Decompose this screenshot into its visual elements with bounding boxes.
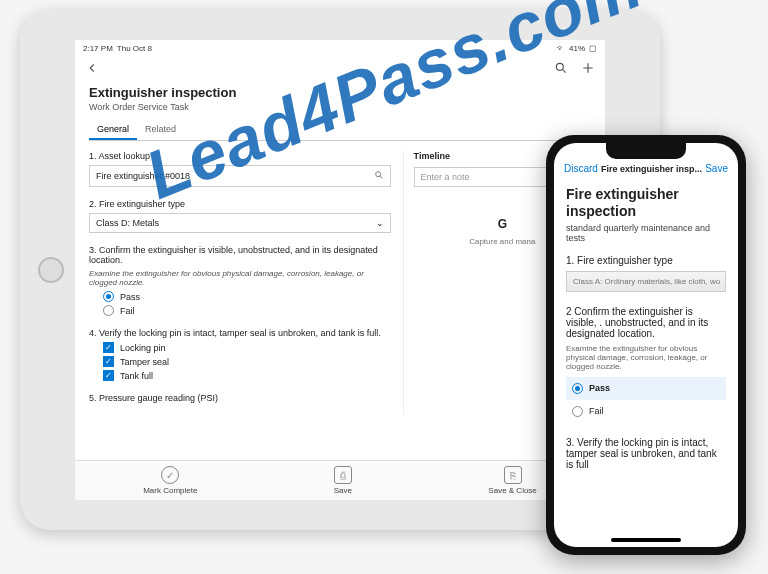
extinguisher-type-value: Class D: Metals — [96, 218, 159, 228]
save-button[interactable]: ⎙Save — [334, 466, 352, 495]
form-column: 1. Asset lookup Fire extinguisher #0018 … — [89, 151, 391, 415]
status-bar: 2:17 PMThu Oct 8 ᯤ41%▢ — [75, 40, 605, 57]
q3-note: Examine the extinguisher for obvious phy… — [89, 269, 391, 287]
asset-lookup-value: Fire extinguisher #0018 — [96, 171, 190, 181]
save-icon: ⎙ — [334, 466, 352, 484]
phone-description: standard quarterly maintenance and tests — [566, 223, 726, 243]
radio-fail[interactable]: Fail — [103, 305, 391, 316]
tab-general[interactable]: General — [89, 120, 137, 140]
phone-radio-fail-label: Fail — [589, 406, 604, 416]
wifi-icon: ᯤ — [557, 44, 565, 53]
radio-pass-label: Pass — [120, 292, 140, 302]
phone-page-title: Fire extinguisher insp... — [601, 164, 702, 174]
battery-label: 41% — [569, 44, 585, 53]
phone-radio-pass-label: Pass — [589, 383, 610, 393]
check-locking-pin[interactable]: ✓Locking pin — [103, 342, 391, 353]
search-icon[interactable] — [554, 61, 568, 75]
q3-label: 3. Confirm the extinguisher is visible, … — [89, 245, 391, 265]
page-title: Extinguisher inspection — [89, 85, 591, 100]
svg-line-5 — [379, 176, 382, 179]
discard-button[interactable]: Discard — [564, 163, 598, 174]
phone-type-select[interactable]: Class A: Ordinary materials, like cloth,… — [566, 271, 726, 292]
page-subtitle: Work Order Service Task — [89, 102, 591, 112]
save-label: Save — [334, 486, 352, 495]
tabs: General Related — [89, 120, 591, 141]
mark-complete-button[interactable]: ✓Mark Complete — [143, 466, 197, 495]
add-icon[interactable] — [581, 61, 595, 75]
phone-q2-label: 2 Confirm the extinguisher is visible, .… — [566, 306, 726, 339]
phone-heading: Fire extinguisher inspection — [566, 186, 726, 220]
check-locking-pin-label: Locking pin — [120, 343, 166, 353]
timeline-placeholder: Enter a note — [421, 172, 470, 182]
mark-complete-label: Mark Complete — [143, 486, 197, 495]
svg-line-1 — [563, 69, 567, 73]
asset-lookup-input[interactable]: Fire extinguisher #0018 — [89, 165, 391, 187]
save-close-icon: ⎘ — [504, 466, 522, 484]
phone-q3-label: 3. Verify the locking pin is intact, tam… — [566, 437, 726, 470]
battery-icon: ▢ — [589, 44, 597, 53]
check-tamper-seal[interactable]: ✓Tamper seal — [103, 356, 391, 367]
extinguisher-type-select[interactable]: Class D: Metals ⌄ — [89, 213, 391, 233]
tab-related[interactable]: Related — [137, 120, 184, 140]
save-button[interactable]: Save — [705, 163, 728, 174]
phone-screen: Discard Fire extinguisher insp... Save F… — [554, 143, 738, 547]
check-tank-full-label: Tank full — [120, 371, 153, 381]
status-time: 2:17 PM — [83, 44, 113, 53]
phone-radio-pass[interactable]: Pass — [566, 377, 726, 400]
bottom-bar: ✓Mark Complete ⎙Save ⎘Save & Close — [75, 460, 605, 500]
tablet-screen: 2:17 PMThu Oct 8 ᯤ41%▢ Extinguisher insp… — [75, 40, 605, 500]
save-close-button[interactable]: ⎘Save & Close — [488, 466, 536, 495]
check-icon: ✓ — [161, 466, 179, 484]
check-tamper-seal-label: Tamper seal — [120, 357, 169, 367]
check-tank-full[interactable]: ✓Tank full — [103, 370, 391, 381]
phone-radio-fail[interactable]: Fail — [566, 400, 726, 423]
top-bar — [75, 57, 605, 81]
phone-q1-label: 1. Fire extinguisher type — [566, 255, 726, 266]
q1-label: 1. Asset lookup — [89, 151, 391, 161]
phone-q2-note: Examine the extinguisher for obvious phy… — [566, 344, 726, 371]
phone-notch — [606, 143, 686, 159]
search-icon[interactable] — [374, 170, 384, 182]
q2-label: 2. Fire extinguisher type — [89, 199, 391, 209]
phone-device: Discard Fire extinguisher insp... Save F… — [546, 135, 746, 555]
q4-label: 4. Verify the locking pin is intact, tam… — [89, 328, 391, 338]
radio-pass[interactable]: Pass — [103, 291, 391, 302]
home-indicator[interactable] — [611, 538, 681, 542]
chevron-down-icon: ⌄ — [376, 218, 384, 228]
radio-fail-label: Fail — [120, 306, 135, 316]
save-close-label: Save & Close — [488, 486, 536, 495]
back-icon[interactable] — [85, 61, 99, 77]
status-date: Thu Oct 8 — [117, 44, 152, 53]
tablet-home-button[interactable] — [38, 257, 64, 283]
q5-label: 5. Pressure gauge reading (PSI) — [89, 393, 391, 403]
